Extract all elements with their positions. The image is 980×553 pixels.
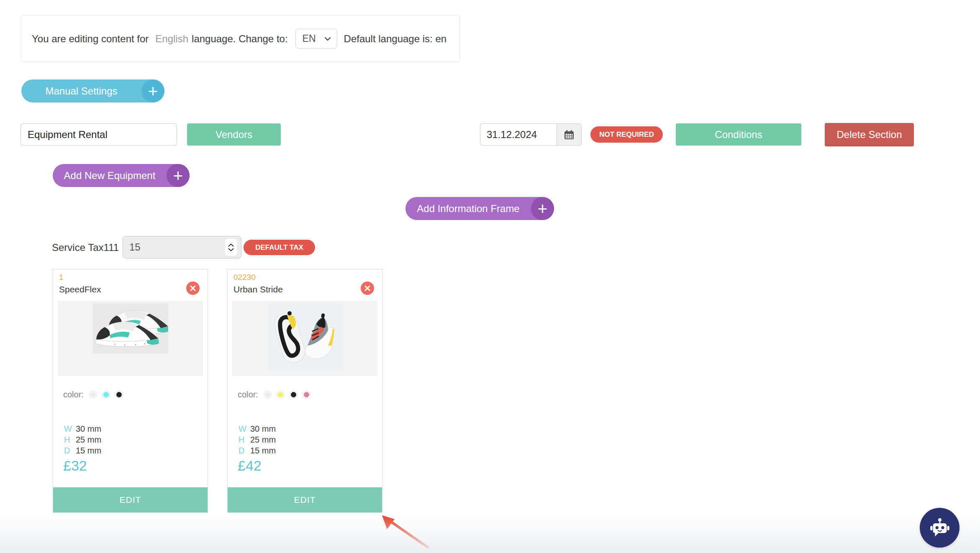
dimension-row: H25 mm	[239, 434, 276, 445]
add-information-frame-label: Add Information Frame	[417, 203, 519, 215]
language-banner: You are editing content for English lang…	[21, 15, 460, 62]
not-required-badge[interactable]: NOT REQUIRED	[590, 126, 663, 143]
vendors-label: Vendors	[215, 129, 252, 141]
remove-product-button[interactable]	[361, 282, 374, 295]
product-photo-panel	[232, 301, 377, 376]
conditions-label: Conditions	[715, 129, 762, 141]
chevron-down-icon	[228, 248, 234, 251]
chevron-up-icon	[228, 243, 234, 247]
dimensions: W30 mm H25 mm D15 mm	[239, 423, 276, 456]
color-label: color:	[63, 390, 84, 399]
color-options: color:	[238, 390, 310, 399]
manual-settings-label: Manual Settings	[45, 85, 117, 97]
conditions-button[interactable]: Conditions	[676, 123, 801, 146]
dimension-row: W30 mm	[239, 423, 276, 434]
product-photo	[267, 303, 343, 370]
banner-language-name: English	[155, 33, 188, 45]
default-tax-button[interactable]: DEFAULT TAX	[244, 240, 315, 255]
delete-section-label: Delete Section	[836, 129, 902, 141]
banner-default-note: Default language is: en	[344, 33, 447, 45]
vendors-button[interactable]: Vendors	[187, 123, 281, 146]
dimension-value: 30 mm	[76, 424, 101, 433]
product-id: 02230	[233, 273, 256, 282]
dimensions: W30 mm H25 mm D15 mm	[64, 423, 101, 456]
edit-product-button[interactable]: EDIT	[53, 487, 208, 512]
color-swatch[interactable]	[115, 391, 123, 398]
edit-product-button[interactable]: EDIT	[228, 487, 382, 512]
color-swatch[interactable]	[90, 391, 97, 398]
product-price: £42	[238, 458, 262, 474]
dimension-row: D15 mm	[239, 445, 276, 456]
close-icon	[364, 285, 371, 292]
color-swatch[interactable]	[103, 391, 110, 398]
language-select-value: EN	[303, 33, 316, 44]
product-photo	[93, 303, 168, 353]
color-options: color:	[63, 390, 123, 399]
robot-icon	[928, 516, 952, 540]
color-label: color:	[238, 390, 258, 399]
dimension-value: 15 mm	[76, 446, 101, 455]
service-tax-label: Service Tax111	[52, 242, 119, 253]
close-icon	[190, 285, 196, 292]
product-name: Urban Stride	[233, 284, 283, 294]
chatbot-button[interactable]	[920, 508, 959, 548]
product-id: 1	[59, 273, 64, 282]
product-price: £32	[63, 458, 87, 474]
add-new-equipment-label: Add New Equipment	[64, 170, 156, 182]
dimension-row: D15 mm	[64, 445, 101, 456]
service-tax-value: 15	[129, 241, 141, 253]
dimension-value: 30 mm	[250, 424, 276, 433]
add-information-frame-button[interactable]: Add Information Frame +	[405, 197, 554, 220]
banner-text-after: language. Change to:	[192, 33, 288, 45]
section-title-input[interactable]	[21, 123, 177, 146]
color-swatch[interactable]	[303, 391, 310, 398]
product-photo-panel	[58, 301, 203, 376]
dimension-row: H25 mm	[64, 434, 101, 445]
delete-section-button[interactable]: Delete Section	[825, 123, 914, 146]
not-required-label: NOT REQUIRED	[599, 131, 654, 139]
plus-icon: +	[531, 197, 554, 220]
page-bottom-fade	[0, 515, 980, 553]
dimension-row: W30 mm	[64, 423, 101, 434]
plus-icon: +	[167, 164, 190, 187]
dimension-value: 25 mm	[76, 435, 101, 444]
remove-product-button[interactable]	[186, 282, 200, 295]
date-group	[480, 123, 582, 146]
service-tax-input[interactable]: 15	[123, 236, 241, 259]
date-input[interactable]	[480, 123, 557, 146]
color-swatch[interactable]	[290, 391, 297, 398]
calendar-button[interactable]	[557, 123, 582, 146]
banner-text-before: You are editing content for	[32, 33, 149, 45]
add-new-equipment-button[interactable]: Add New Equipment +	[53, 164, 190, 187]
language-select[interactable]: EN	[295, 29, 337, 49]
annotation-arrow	[375, 509, 437, 553]
color-swatch[interactable]	[277, 391, 284, 398]
dimension-value: 25 mm	[250, 435, 276, 444]
calendar-icon	[564, 129, 575, 140]
product-name: SpeedFlex	[59, 284, 101, 294]
manual-settings-button[interactable]: Manual Settings +	[21, 79, 164, 102]
number-stepper[interactable]	[225, 239, 237, 256]
plus-icon: +	[141, 79, 164, 102]
product-card: 1 SpeedFlex	[53, 269, 208, 513]
dimension-value: 15 mm	[250, 446, 276, 455]
product-card: 02230 Urban Stride	[227, 269, 382, 513]
default-tax-label: DEFAULT TAX	[255, 243, 303, 252]
color-swatch[interactable]	[264, 391, 271, 398]
page: You are editing content for English lang…	[0, 0, 980, 553]
chevron-down-icon	[324, 37, 331, 41]
